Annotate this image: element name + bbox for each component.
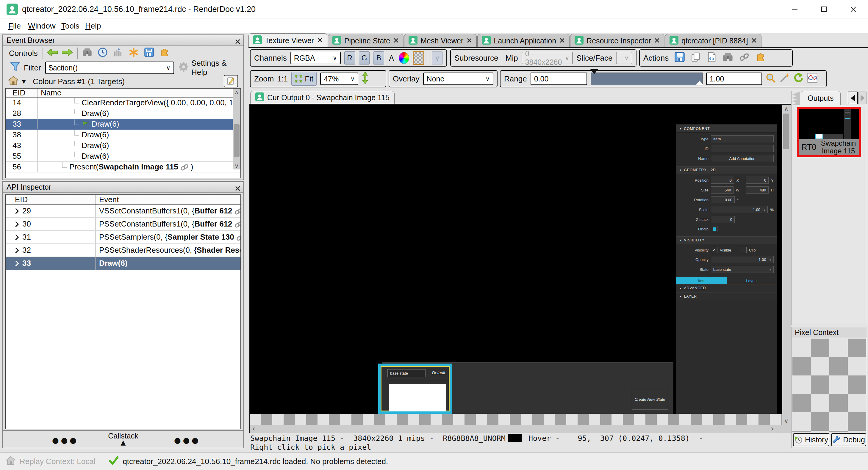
breadcrumb[interactable]: Colour Pass #1 (1 Targets): [33, 77, 125, 86]
pixel-context-view[interactable]: [793, 339, 866, 432]
menu-tools[interactable]: Tools: [60, 19, 81, 33]
filter-input[interactable]: $action()∨: [45, 62, 174, 74]
range-slider[interactable]: [591, 72, 703, 85]
event-row-28[interactable]: 28Draw(6): [6, 108, 241, 119]
tab-resource-inspector[interactable]: Resource Inspector: [570, 34, 664, 47]
follow-link-icon[interactable]: [739, 53, 750, 63]
api-row-30[interactable]: 30PSSetConstantBuffers1(0, { Buffer 612 …: [6, 217, 241, 231]
thumbnails-prev-button[interactable]: [848, 92, 858, 104]
texture-viewport[interactable]: ▾COMPONENT TypeItem ID NameAdd Annotatio…: [249, 104, 791, 433]
tab-texture-viewer[interactable]: Texture Viewer: [248, 33, 327, 47]
event-table-scrollbar[interactable]: ∧∨: [233, 89, 241, 169]
range-max-input[interactable]: 1.00: [706, 72, 762, 85]
custom-shader-icon[interactable]: [755, 52, 766, 64]
close-icon[interactable]: [466, 37, 472, 45]
open-texture-list-icon[interactable]: [707, 52, 717, 64]
tab-qtcreator-pid-8884[interactable]: qtcreator [PID 8884]: [665, 34, 762, 47]
timing-icon[interactable]: [98, 47, 107, 59]
step-back-icon[interactable]: [47, 49, 58, 58]
close-icon[interactable]: [654, 37, 660, 45]
save-texture-icon[interactable]: [675, 52, 685, 64]
close-icon[interactable]: [317, 36, 323, 45]
event-row-14[interactable]: 14ClearRenderTargetView({ 0.00, 0.00, 0.…: [6, 98, 241, 108]
api-row-31[interactable]: 31PSSetSamplers(0, { Sampler State 130 }…: [6, 231, 241, 244]
callstack-bar[interactable]: ●●● Callstack ▲ ●●●: [3, 431, 243, 448]
viewer-output-tab[interactable]: Cur Output 0 - Swapchain Image 115: [250, 91, 395, 104]
channels-select[interactable]: RGBA∨: [290, 52, 341, 64]
horizontal-scrollbar[interactable]: ‹ ›: [250, 425, 782, 433]
rt0-thumbnail[interactable]: RT0 Swapchain Image 115: [797, 107, 861, 157]
thumbnails-next-button[interactable]: [859, 92, 867, 104]
range-min-input[interactable]: 0.00: [531, 72, 587, 85]
zoom-range-icon[interactable]: [766, 73, 776, 85]
gear-icon[interactable]: [179, 62, 188, 74]
replay-context-home-icon[interactable]: [6, 456, 16, 467]
column-header-eid[interactable]: EID: [6, 195, 95, 204]
checkerboard-background-button[interactable]: [413, 51, 424, 65]
event-browser-titlebar[interactable]: Event Browser: [3, 35, 243, 46]
expand-chevron-icon[interactable]: [15, 221, 19, 227]
close-icon[interactable]: [751, 37, 757, 45]
autofit-wand-icon[interactable]: [779, 73, 789, 85]
find-event-icon[interactable]: [83, 48, 92, 59]
outputs-tab[interactable]: Outputs: [801, 91, 841, 105]
range-white-point-handle[interactable]: [696, 80, 704, 85]
debug-button[interactable]: Debug: [831, 433, 866, 446]
goto-icon[interactable]: [723, 52, 733, 64]
blue-channel-button[interactable]: B: [373, 52, 384, 65]
gamma-button[interactable]: γ: [432, 52, 443, 65]
menu-file[interactable]: File: [6, 19, 23, 33]
event-row-33[interactable]: 33Draw(6): [6, 119, 241, 130]
tab-pipeline-state[interactable]: Pipeline State: [328, 34, 403, 47]
api-row-29[interactable]: 29VSSetConstantBuffers1(0, { Buffer 612 …: [6, 204, 241, 217]
copy-icon[interactable]: [691, 52, 701, 64]
home-icon[interactable]: [8, 76, 19, 88]
bookmark-icon[interactable]: [129, 47, 138, 59]
zoom-percent-select[interactable]: 47%∨: [320, 72, 358, 85]
event-row-56[interactable]: 56Present( Swapchain Image 115 ): [6, 162, 241, 172]
column-header-name[interactable]: Name: [38, 89, 61, 97]
history-button[interactable]: History: [793, 433, 829, 446]
menu-help[interactable]: Help: [83, 19, 103, 33]
resource-link-icon[interactable]: [236, 232, 241, 242]
statistics-icon[interactable]: [113, 47, 123, 59]
save-icon[interactable]: [144, 47, 154, 59]
resource-link-icon[interactable]: [180, 162, 189, 171]
fit-button[interactable]: Fit: [291, 72, 317, 86]
expand-chevron-icon[interactable]: [15, 247, 19, 254]
api-row-32[interactable]: 32PSSetShaderResources(0, { Shader Resou…: [6, 244, 241, 257]
maximize-button[interactable]: [809, 0, 839, 19]
reset-range-icon[interactable]: [793, 73, 804, 85]
red-channel-button[interactable]: R: [344, 52, 355, 65]
menu-window[interactable]: Window: [26, 19, 57, 33]
range-black-point-handle[interactable]: [590, 69, 598, 74]
tab-mesh-viewer[interactable]: Mesh Viewer: [404, 34, 477, 47]
breadcrumb-dropdown-icon[interactable]: ▼: [22, 79, 26, 85]
zoom-1-1-button[interactable]: 1:1: [277, 75, 288, 83]
close-icon[interactable]: [393, 37, 399, 45]
settings-help-label[interactable]: Settings & Help: [191, 59, 243, 77]
expand-chevron-icon[interactable]: [15, 208, 19, 214]
histogram-icon[interactable]: [807, 73, 817, 85]
event-row-38[interactable]: 38Draw(6): [6, 130, 241, 140]
expand-chevron-icon[interactable]: [15, 260, 19, 267]
close-icon[interactable]: [559, 37, 565, 45]
close-button[interactable]: [839, 0, 868, 19]
close-icon[interactable]: [235, 37, 241, 47]
event-row-55[interactable]: 55Draw(6): [6, 151, 241, 162]
overlay-select[interactable]: None∨: [423, 72, 493, 85]
texture-image[interactable]: ▾COMPONENT TypeItem ID NameAdd Annotatio…: [250, 105, 782, 414]
alpha-channel-button[interactable]: A: [389, 54, 394, 62]
color-wheel-icon[interactable]: [399, 52, 409, 64]
replay-context-label[interactable]: Replay Context: Local: [20, 457, 95, 466]
green-channel-button[interactable]: G: [359, 52, 370, 65]
tab-launch-application[interactable]: Launch Application: [477, 34, 569, 47]
edit-filter-button[interactable]: [224, 75, 238, 88]
resource-link-icon[interactable]: [234, 220, 241, 229]
column-header-eid[interactable]: EID: [6, 89, 38, 97]
api-inspector-titlebar[interactable]: API Inspector: [3, 182, 243, 193]
expand-chevron-icon[interactable]: [15, 234, 19, 240]
close-icon[interactable]: [235, 184, 241, 194]
vertical-scrollbar[interactable]: ∧ ∨: [782, 105, 790, 425]
minimize-button[interactable]: [780, 0, 809, 19]
